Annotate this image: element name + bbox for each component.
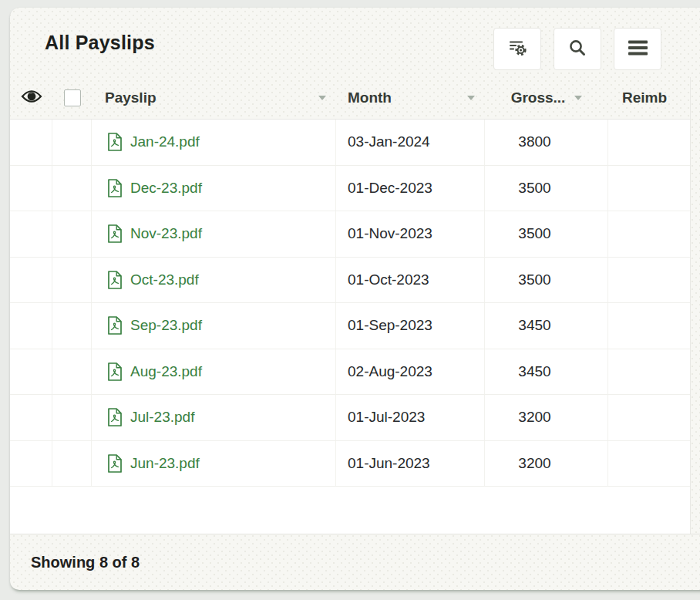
row-checkbox-cell xyxy=(52,120,92,165)
row-eye-cell xyxy=(10,120,52,165)
toolbar xyxy=(493,28,661,70)
pdf-file-icon xyxy=(106,132,123,152)
row-eye-cell xyxy=(10,211,52,257)
table-row[interactable]: Jan-24.pdf 03-Jan-2024 3800 xyxy=(10,120,690,166)
column-label-month: Month xyxy=(348,89,392,106)
gross-cell: 3450 xyxy=(485,303,608,349)
row-checkbox-cell xyxy=(52,303,92,349)
reimbursement-cell xyxy=(608,120,690,165)
column-header-reimbursement[interactable]: Reimb xyxy=(608,77,690,119)
filter-settings-button[interactable] xyxy=(493,28,541,70)
table-header-row: Payslip Month Gross... Reimb xyxy=(10,77,690,120)
pdf-file-icon xyxy=(106,453,123,474)
payslip-file-link[interactable]: Oct-23.pdf xyxy=(130,271,199,288)
search-icon xyxy=(568,39,587,59)
table-row[interactable]: Nov-23.pdf 01-Nov-2023 3500 xyxy=(10,211,690,258)
pdf-file-icon xyxy=(106,224,123,244)
chevron-down-icon[interactable] xyxy=(467,96,475,100)
payslip-cell: Jul-23.pdf xyxy=(92,395,336,440)
gross-cell: 3450 xyxy=(485,349,608,395)
row-checkbox-cell xyxy=(52,395,92,440)
row-eye-cell xyxy=(10,258,52,303)
payslip-cell: Nov-23.pdf xyxy=(92,211,336,257)
reimbursement-cell xyxy=(608,395,690,440)
select-all-checkbox[interactable] xyxy=(64,89,81,106)
column-label-gross: Gross... xyxy=(511,89,566,106)
table-row[interactable]: Oct-23.pdf 01-Oct-2023 3500 xyxy=(10,258,690,304)
payslip-cell: Dec-23.pdf xyxy=(92,166,336,211)
reimbursement-cell xyxy=(608,166,690,211)
gross-cell: 3200 xyxy=(485,441,608,487)
payslip-cell: Jan-24.pdf xyxy=(92,120,336,165)
pdf-file-icon xyxy=(106,270,123,290)
select-all-cell xyxy=(52,77,92,119)
table-row[interactable]: Dec-23.pdf 01-Dec-2023 3500 xyxy=(10,166,690,212)
reimbursement-cell xyxy=(608,441,690,487)
column-header-payslip[interactable]: Payslip xyxy=(92,77,336,119)
month-cell: 02-Aug-2023 xyxy=(336,349,485,395)
chevron-down-icon[interactable] xyxy=(318,96,326,100)
row-checkbox-cell xyxy=(52,349,92,395)
payslip-file-link[interactable]: Aug-23.pdf xyxy=(130,363,202,380)
chevron-down-icon[interactable] xyxy=(574,96,582,100)
column-label-payslip: Payslip xyxy=(105,89,156,106)
more-menu-button[interactable] xyxy=(614,28,661,70)
card-footer: Showing 8 of 8 xyxy=(10,534,700,590)
table-body: Jan-24.pdf 03-Jan-2024 3800 xyxy=(10,120,690,487)
payslip-file-link[interactable]: Jan-24.pdf xyxy=(130,133,200,150)
month-cell: 01-Jun-2023 xyxy=(336,441,485,487)
column-header-month[interactable]: Month xyxy=(336,77,485,119)
column-header-gross[interactable]: Gross... xyxy=(485,77,608,119)
month-cell: 01-Jul-2023 xyxy=(336,395,485,440)
month-cell: 01-Nov-2023 xyxy=(336,211,485,257)
table-row[interactable]: Jun-23.pdf 01-Jun-2023 3200 xyxy=(10,441,690,487)
payslip-cell: Jun-23.pdf xyxy=(92,441,336,487)
row-checkbox-cell xyxy=(52,441,92,487)
row-checkbox-cell xyxy=(52,211,92,257)
row-checkbox-cell xyxy=(52,166,92,211)
gross-cell: 3500 xyxy=(485,211,608,257)
row-count-summary: Showing 8 of 8 xyxy=(31,554,140,571)
reimbursement-cell xyxy=(608,211,690,257)
gross-cell: 3500 xyxy=(485,258,608,303)
payslips-table: Payslip Month Gross... Reimb xyxy=(10,77,691,534)
row-eye-cell xyxy=(10,303,52,349)
payslip-file-link[interactable]: Sep-23.pdf xyxy=(130,317,202,334)
payslip-cell: Sep-23.pdf xyxy=(92,303,336,349)
pdf-file-icon xyxy=(106,178,123,198)
gross-cell: 3500 xyxy=(485,166,608,211)
table-row[interactable]: Jul-23.pdf 01-Jul-2023 3200 xyxy=(10,395,690,441)
eye-icon xyxy=(21,89,42,106)
row-checkbox-cell xyxy=(52,258,92,303)
payslip-file-link[interactable]: Dec-23.pdf xyxy=(130,180,202,197)
month-cell: 01-Dec-2023 xyxy=(336,166,485,211)
reimbursement-cell xyxy=(608,303,690,349)
payslip-cell: Oct-23.pdf xyxy=(92,258,336,303)
month-cell: 01-Sep-2023 xyxy=(336,303,485,349)
row-eye-cell xyxy=(10,166,52,211)
table-row[interactable]: Aug-23.pdf 02-Aug-2023 3450 xyxy=(10,349,690,396)
payslip-file-link[interactable]: Jul-23.pdf xyxy=(130,409,194,426)
payslips-card: All Payslips xyxy=(10,8,700,590)
payslip-file-link[interactable]: Jun-23.pdf xyxy=(130,455,200,472)
table-row[interactable]: Sep-23.pdf 01-Sep-2023 3450 xyxy=(10,303,690,349)
row-eye-cell xyxy=(10,395,52,440)
gross-cell: 3800 xyxy=(485,120,608,165)
page-title: All Payslips xyxy=(45,32,155,54)
pdf-file-icon xyxy=(106,407,123,427)
pdf-file-icon xyxy=(106,362,123,382)
payslip-file-link[interactable]: Nov-23.pdf xyxy=(130,225,202,242)
table-empty-space xyxy=(10,487,690,534)
reimbursement-cell xyxy=(608,349,690,395)
filter-gear-icon xyxy=(507,39,528,60)
hamburger-menu-icon xyxy=(628,39,648,59)
column-label-reimbursement: Reimb xyxy=(622,89,667,106)
search-button[interactable] xyxy=(554,28,601,70)
row-eye-cell xyxy=(10,349,52,395)
month-cell: 03-Jan-2024 xyxy=(336,120,485,165)
month-cell: 01-Oct-2023 xyxy=(336,258,485,303)
row-eye-cell xyxy=(10,441,52,487)
topbar: All Payslips xyxy=(10,8,700,77)
payslip-cell: Aug-23.pdf xyxy=(92,349,336,395)
column-visibility-toggle[interactable] xyxy=(10,77,52,119)
